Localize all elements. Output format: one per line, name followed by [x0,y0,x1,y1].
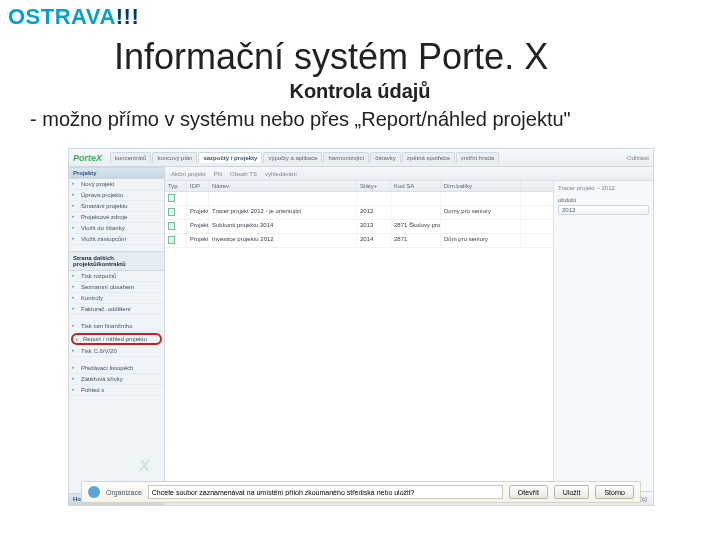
grid-col-header[interactable]: Státy+ [357,181,391,191]
sidebar-item-misc-0[interactable]: Předávací listopěch [69,363,164,374]
cell [441,192,521,205]
sidebar-item-tool-0[interactable]: Tisk rozpočtů [69,271,164,282]
cell: 2014 [357,234,391,247]
data-grid: TypIDPNázevStáty+Kod SADim.balíky Projek… [165,181,653,491]
save-button[interactable]: Uložit [554,485,590,499]
sidebar-item-proj-1[interactable]: Úprava projektu [69,190,164,201]
cancel-button[interactable]: Storno [595,485,634,499]
cell [391,206,441,219]
grid-col-header[interactable]: Dim.balíky [441,181,521,191]
doc-icon [168,236,175,244]
sidebar-section-projects[interactable]: Projekty [69,167,164,179]
app-product-logo: PorteX [73,153,102,163]
tab-5[interactable]: čáravky [370,152,401,163]
sidebar-item-report-preview[interactable]: Report / náhled projektu [71,333,162,345]
detail-panel: Tracer projekt – 2012 období 2012 [553,181,653,491]
cell: Subkonti projektu 2014 [209,220,357,233]
tab-2[interactable]: sazpočty / projekty [198,152,262,163]
app-header: PorteX koncentrátůkoncový plánsazpočty /… [69,149,653,167]
sidebar-item-tool-1[interactable]: Seznamní obsahem [69,282,164,293]
grid-col-header[interactable]: Název [209,181,357,191]
watermark-x: X [139,457,150,475]
cell: Domy pro seniory [441,206,521,219]
main-panel: Akční projekt PN Obsah TS vyhledávání Ty… [165,167,653,505]
table-row[interactable]: ProjektInvestice projektu 201220142871Dů… [165,234,553,248]
tab-0[interactable]: koncentrátů [110,152,151,163]
toolbar-label-search[interactable]: vyhledávání [265,171,297,177]
open-button[interactable]: Otevřít [509,485,548,499]
sidebar-item-proj-3[interactable]: Projektové zdroje [69,212,164,223]
detail-period-label: období [558,197,649,203]
brand-name: OSTRAVA [8,4,116,29]
doc-icon [168,208,175,216]
grid-col-header[interactable]: Typ [165,181,187,191]
app-window: PorteX koncentrátůkoncový plánsazpočty /… [68,148,654,506]
doc-icon [168,222,175,230]
cell: Tracer projekt 2012 - je orientující [209,206,357,219]
cell [209,192,357,205]
tab-3[interactable]: výpočty a aplikace [263,152,322,163]
cell: Investice projektu 2012 [209,234,357,247]
signout-link[interactable]: Odhlásit [627,155,649,161]
table-row[interactable]: ProjektTracer projekt 2012 - je orientuj… [165,206,553,220]
cell: 2871 Školovy pro seniory [391,220,441,233]
table-row[interactable]: ProjektSubkonti projektu 201420132871 Šk… [165,220,553,234]
sidebar-item-proj-4[interactable]: Vložit do čítanky [69,223,164,234]
info-icon [88,486,100,498]
cell: Projekt [187,220,209,233]
dialog-org-label: Organizace [106,489,142,496]
sidebar-item-proj-5[interactable]: Vložit zástupcům [69,234,164,245]
doc-icon [168,194,175,202]
grid-col-header[interactable]: Kod SA [391,181,441,191]
cell: 2012 [357,206,391,219]
sidebar-item-print-c6[interactable]: Tisk C.6/V/20 [69,346,164,357]
grid-col-header[interactable]: IDP [187,181,209,191]
detail-title: Tracer projekt – 2012 [558,185,649,191]
grid-header: TypIDPNázevStáty+Kod SADim.balíky [165,181,553,192]
slide-subtitle: Kontrola údajů [0,80,720,103]
cell [165,220,187,233]
sidebar-item-tool-3[interactable]: Fakturač. oddělení [69,304,164,315]
cell [187,192,209,205]
sidebar-item-proj-2[interactable]: Smazání projektu [69,201,164,212]
cell: Projekt [187,234,209,247]
detail-period-value[interactable]: 2012 [558,205,649,215]
sidebar-item-misc-1[interactable]: Zátěžová křivky [69,374,164,385]
toolbar-label-obsah[interactable]: Obsah TS [230,171,257,177]
slide-title: Informační systém Porte. X [114,36,548,78]
cell [165,206,187,219]
cell: 2871 [391,234,441,247]
table-row[interactable] [165,192,553,206]
main-toolbar: Akční projekt PN Obsah TS vyhledávání [165,167,653,181]
cell: Projekt [187,206,209,219]
tab-1[interactable]: koncový plán [152,152,197,163]
sidebar: Projekty Nový projektÚprava projektuSmaz… [69,167,165,505]
brand-suffix: !!! [116,4,139,29]
cell [165,234,187,247]
tab-7[interactable]: vnitřní hrada [456,152,499,163]
cell [357,192,391,205]
cell [391,192,441,205]
dialog-prompt-field[interactable] [148,485,503,499]
app-tabs: koncentrátůkoncový plánsazpočty / projek… [110,152,499,163]
toolbar-label-pn[interactable]: PN [214,171,222,177]
toolbar-label-project[interactable]: Akční projekt [171,171,206,177]
cell [165,192,187,205]
slide-description: - možno přímo v systému nebo přes „Repor… [30,108,571,131]
tab-6[interactable]: zpětná spotřeba [402,152,455,163]
sidebar-item-misc-2[interactable]: Pohled s [69,385,164,396]
cell: Dům pro seniory [441,234,521,247]
download-dialog: Organizace Otevřít Uložit Storno [81,481,641,503]
sidebar-item-proj-0[interactable]: Nový projekt [69,179,164,190]
sidebar-item-fin-0[interactable]: Tisk cen finančního [69,321,164,332]
tab-4[interactable]: harmonizující [323,152,369,163]
sidebar-item-tool-2[interactable]: Kontroly [69,293,164,304]
brand-logo: OSTRAVA!!! [8,4,139,30]
cell [441,220,521,233]
sidebar-heading-more-projects: Strana dalších projektů/kontraktů [69,251,164,271]
cell: 2013 [357,220,391,233]
